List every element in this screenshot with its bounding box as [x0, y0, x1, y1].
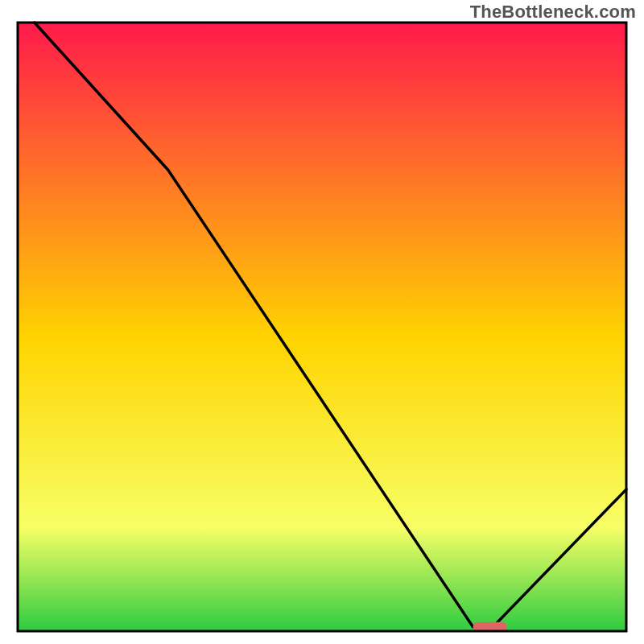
chart-svg [0, 0, 644, 644]
plot-background [18, 23, 626, 631]
chart-frame: TheBottleneck.com [0, 0, 644, 644]
